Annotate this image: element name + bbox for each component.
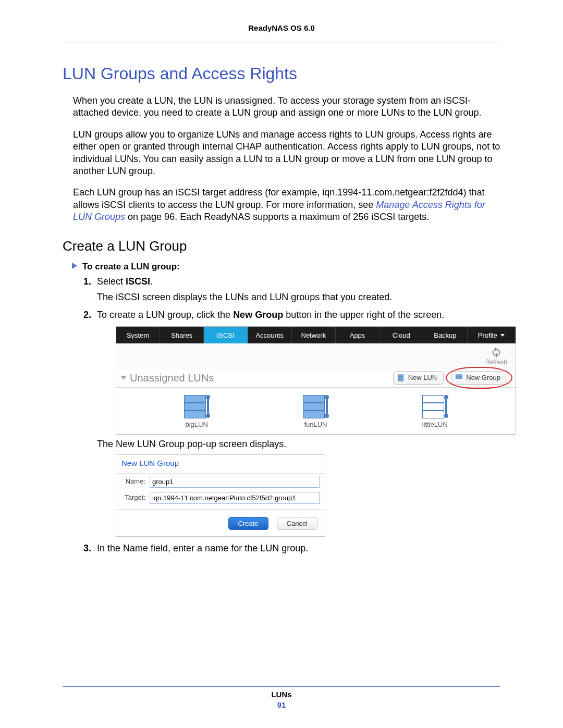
lun-label: littleLUN bbox=[422, 420, 448, 429]
tab-profile[interactable]: Profile bbox=[468, 327, 516, 343]
new-group-highlight: New Group bbox=[451, 371, 507, 385]
lun-label: funLUN bbox=[304, 420, 327, 429]
text: Select bbox=[97, 276, 126, 287]
text: . bbox=[150, 276, 153, 287]
step-number: 1. bbox=[83, 275, 91, 288]
tab-shares[interactable]: Shares bbox=[160, 327, 204, 343]
step-number: 3. bbox=[83, 542, 91, 554]
text: on page 96. Each ReadyNAS supports a max… bbox=[125, 212, 429, 222]
screenshot-new-lun-group-dialog: New LUN Group Name: Target: Create Cance… bbox=[116, 454, 325, 536]
tab-cloud[interactable]: Cloud bbox=[380, 327, 423, 343]
lun-list: bigLUN funLUN littleLUN bbox=[116, 388, 516, 435]
refresh-label: Refresh bbox=[485, 358, 507, 366]
svg-rect-3 bbox=[456, 375, 458, 377]
footer-rule bbox=[63, 686, 500, 687]
new-lun-label: New LUN bbox=[408, 373, 437, 382]
name-input[interactable] bbox=[150, 476, 320, 488]
refresh-button[interactable]: Refresh bbox=[485, 347, 507, 366]
lun-icon bbox=[184, 395, 209, 418]
tab-profile-label: Profile bbox=[478, 331, 497, 340]
refresh-icon bbox=[491, 347, 502, 358]
target-input[interactable] bbox=[150, 492, 320, 504]
page-number: 91 bbox=[63, 700, 500, 709]
name-label: Name: bbox=[121, 477, 145, 486]
text: To create a LUN group, click the bbox=[97, 310, 233, 320]
arrow-icon bbox=[72, 263, 77, 269]
tab-backup[interactable]: Backup bbox=[423, 327, 467, 343]
ui-term: New Group bbox=[233, 310, 283, 320]
lun-icon bbox=[422, 395, 447, 418]
target-label: Target: bbox=[121, 493, 145, 502]
nav-bar: System Shares iSCSI Accounts Network App… bbox=[116, 327, 516, 343]
header-rule bbox=[63, 43, 500, 43]
lun-icon bbox=[303, 395, 328, 418]
tab-network[interactable]: Network bbox=[292, 327, 336, 343]
chevron-down-icon bbox=[500, 334, 505, 337]
tab-accounts[interactable]: Accounts bbox=[248, 327, 292, 343]
procedure-heading: To create a LUN group: bbox=[72, 262, 500, 272]
step-result: The iSCSI screen displays the LUNs and L… bbox=[97, 291, 500, 303]
step-2: 2. To create a LUN group, click the New … bbox=[83, 309, 500, 537]
toolbar: Refresh bbox=[116, 343, 516, 368]
section-title[interactable]: Unassigned LUNs bbox=[120, 371, 214, 385]
paragraph: LUN groups allow you to organize LUNs an… bbox=[73, 129, 500, 178]
svg-rect-4 bbox=[456, 377, 458, 379]
footer-section-label: LUNs bbox=[271, 690, 291, 699]
new-group-label: New Group bbox=[466, 373, 500, 382]
step-result: The New LUN Group pop-up screen displays… bbox=[97, 438, 500, 450]
svg-rect-0 bbox=[398, 375, 403, 377]
page-footer: LUNs 91 bbox=[63, 686, 500, 709]
text: button in the upper right of the screen. bbox=[283, 310, 444, 320]
new-lun-button[interactable]: New LUN bbox=[393, 371, 444, 385]
running-header: ReadyNAS OS 6.0 bbox=[63, 23, 500, 32]
cancel-button[interactable]: Cancel bbox=[277, 517, 317, 530]
heading-2: Create a LUN Group bbox=[63, 238, 500, 254]
step-number: 2. bbox=[83, 309, 91, 321]
svg-rect-2 bbox=[398, 379, 403, 381]
lun-icon bbox=[398, 374, 405, 381]
paragraph: When you create a LUN, the LUN is unassi… bbox=[73, 95, 500, 119]
step-3: 3. In the Name field, enter a name for t… bbox=[83, 542, 500, 554]
lun-item[interactable]: funLUN bbox=[303, 395, 328, 429]
new-group-button[interactable]: New Group bbox=[451, 371, 507, 385]
divider bbox=[116, 509, 325, 510]
procedure-title: To create a LUN group: bbox=[82, 262, 180, 272]
screenshot-iscsi-screen: System Shares iSCSI Accounts Network App… bbox=[116, 326, 516, 435]
tab-iscsi[interactable]: iSCSI bbox=[204, 327, 248, 343]
svg-rect-6 bbox=[459, 377, 462, 379]
lun-item[interactable]: littleLUN bbox=[422, 395, 448, 429]
section-header: Unassigned LUNs New LUN New Group bbox=[116, 369, 516, 388]
page: ReadyNAS OS 6.0 LUN Groups and Access Ri… bbox=[0, 0, 563, 728]
step-1: 1. Select iSCSI. The iSCSI screen displa… bbox=[83, 275, 500, 304]
lun-label: bigLUN bbox=[185, 420, 207, 429]
section-title-label: Unassigned LUNs bbox=[130, 371, 214, 385]
svg-rect-5 bbox=[459, 375, 462, 377]
create-button[interactable]: Create bbox=[228, 517, 268, 530]
text: In the Name field, enter a name for the … bbox=[97, 543, 308, 553]
paragraph: Each LUN group has an iSCSI target addre… bbox=[73, 187, 500, 223]
ui-term: iSCSI bbox=[126, 276, 150, 287]
group-icon bbox=[456, 374, 463, 381]
svg-rect-1 bbox=[398, 377, 403, 379]
tab-apps[interactable]: Apps bbox=[336, 327, 380, 343]
tab-system[interactable]: System bbox=[116, 327, 160, 343]
heading-1: LUN Groups and Access Rights bbox=[63, 64, 500, 83]
dialog-title: New LUN Group bbox=[116, 455, 325, 473]
lun-item[interactable]: bigLUN bbox=[184, 395, 209, 429]
collapse-icon bbox=[120, 376, 127, 380]
